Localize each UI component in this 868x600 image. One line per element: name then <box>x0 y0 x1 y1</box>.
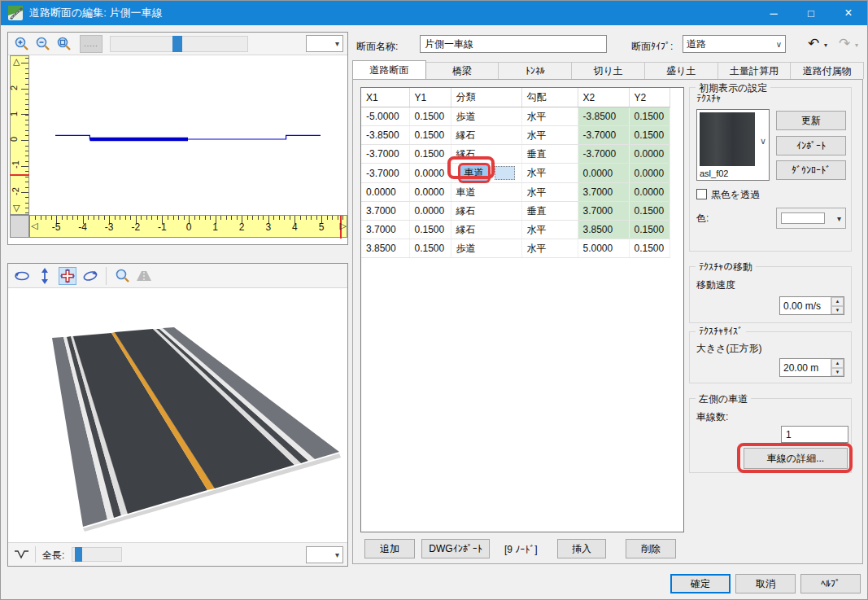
cell[interactable]: -5.0000 <box>361 107 409 126</box>
cell[interactable]: 0.0000 <box>629 164 670 183</box>
tab-bridge[interactable]: 橋梁 <box>425 62 499 79</box>
zoom-in-icon[interactable] <box>13 35 31 53</box>
cell[interactable]: 3.7000 <box>361 202 409 221</box>
cell[interactable]: 水平 <box>521 239 578 258</box>
cell[interactable]: 水平 <box>521 164 578 183</box>
delete-button[interactable]: 削除 <box>626 539 676 558</box>
road-3d-viewport[interactable] <box>8 288 347 542</box>
undo-icon[interactable]: ↶ <box>808 35 819 52</box>
selected-cell-value[interactable]: 車道 <box>460 165 488 181</box>
orbit-horizontal-icon[interactable] <box>13 267 31 285</box>
pan-icon[interactable] <box>59 267 76 285</box>
cell[interactable]: 3.8500 <box>578 221 629 239</box>
col-header-y1[interactable]: Y1 <box>409 88 451 107</box>
cell[interactable]: -3.7000 <box>361 145 409 164</box>
cell[interactable]: 縁石 <box>451 202 521 221</box>
col-header-x2[interactable]: X2 <box>578 88 629 107</box>
spin-down-icon[interactable]: ▼ <box>831 306 844 315</box>
cell[interactable]: 3.7000 <box>361 221 409 239</box>
cell[interactable]: -3.8500 <box>361 126 409 145</box>
cell[interactable]: 0.0000 <box>361 183 409 202</box>
cell[interactable]: -3.7000 <box>578 145 629 164</box>
import-button[interactable]: ｲﾝﾎﾟｰﾄ <box>776 136 846 155</box>
cell[interactable]: 水平 <box>521 183 578 202</box>
cell[interactable]: 0.0000 <box>409 202 451 221</box>
spin-up-icon[interactable]: ▲ <box>831 297 844 306</box>
cell[interactable]: 3.7000 <box>578 183 629 202</box>
insert-button[interactable]: 挿入 <box>557 539 606 558</box>
cell-edit-region[interactable] <box>495 166 515 180</box>
tab-tunnel[interactable]: ﾄﾝﾈﾙ <box>498 62 572 79</box>
spin-up-icon[interactable]: ▲ <box>831 359 844 368</box>
cell[interactable]: 0.1500 <box>629 126 670 145</box>
cell[interactable]: 縁石 <box>451 145 521 164</box>
cell[interactable]: -3.8500 <box>578 107 629 126</box>
plot-background-combo[interactable]: ▾ <box>306 35 343 52</box>
tab-cut[interactable]: 切り土 <box>571 62 645 79</box>
cell[interactable]: 3.8500 <box>361 239 409 258</box>
tab-road-accessories[interactable]: 道路付属物 <box>790 62 864 79</box>
plot-zoom-slider[interactable] <box>110 36 248 52</box>
cell[interactable]: 0.0000 <box>629 183 670 202</box>
cell[interactable]: 0.1500 <box>409 126 451 145</box>
cell[interactable]: 0.0000 <box>629 145 670 164</box>
cell[interactable]: 0.1500 <box>629 221 670 239</box>
undo-menu-caret-icon[interactable]: ▾ <box>824 42 827 49</box>
zoom-extents-icon[interactable] <box>55 35 73 53</box>
cell[interactable]: 0.1500 <box>409 221 451 239</box>
cell[interactable]: 歩道 <box>451 239 521 258</box>
view3d-background-combo[interactable]: ▾ <box>306 546 343 563</box>
cell[interactable]: 垂直 <box>521 202 578 221</box>
spin-down-icon[interactable]: ▼ <box>831 368 844 377</box>
cell[interactable]: 水平 <box>521 126 578 145</box>
cell[interactable]: -3.7000 <box>578 126 629 145</box>
col-header-class[interactable]: 分類 <box>451 88 521 107</box>
ruler-up-arrow-icon[interactable]: △ <box>13 56 20 67</box>
tilt-vertical-icon[interactable] <box>36 267 54 285</box>
dwg-import-button[interactable]: DWGｲﾝﾎﾟｰﾄ <box>421 539 490 558</box>
cell[interactable]: 縁石 <box>451 221 521 239</box>
transparent-black-checkbox[interactable] <box>696 189 707 199</box>
cell[interactable]: 0.1500 <box>629 202 670 221</box>
help-button[interactable]: ﾍﾙﾌﾟ <box>800 574 861 593</box>
update-button[interactable]: 更新 <box>776 111 846 130</box>
cell[interactable]: 0.0000 <box>409 164 451 183</box>
lane-count-input[interactable]: 1 <box>781 426 848 443</box>
download-button[interactable]: ﾀﾞｳﾝﾛｰﾄﾞ <box>776 160 846 180</box>
cancel-button[interactable]: 取消 <box>735 574 796 593</box>
cell[interactable]: 0.1500 <box>409 145 451 164</box>
tab-earthwork[interactable]: 土量計算用 <box>718 62 792 79</box>
section-type-select[interactable]: 道路 ∨ <box>683 35 786 53</box>
cell[interactable]: 垂直 <box>521 145 578 164</box>
cell[interactable]: 0.1500 <box>629 107 670 126</box>
length-slider[interactable] <box>72 547 122 562</box>
move-speed-spinner[interactable]: 0.00 m/s ▲ ▼ <box>779 296 844 315</box>
cell[interactable]: 0.1500 <box>409 107 451 126</box>
maximize-button[interactable]: □ <box>792 1 830 25</box>
cell[interactable]: -3.7000 <box>361 164 409 183</box>
zoom-fit-3d-icon[interactable] <box>114 267 132 285</box>
ruler-down-arrow-icon[interactable]: ▽ <box>13 203 20 213</box>
add-button[interactable]: 追加 <box>364 539 415 558</box>
zoom-out-icon[interactable] <box>34 35 52 53</box>
cell[interactable]: 水平 <box>521 221 578 239</box>
cell[interactable]: 歩道 <box>451 107 521 126</box>
texture-dropdown-chevron-icon[interactable]: ∨ <box>760 136 766 147</box>
cross-section-plot[interactable]: △ 2 1 0 -1 -2 ▽ ◁ -5 -4 -3 -2 -1 0 1 2 3 <box>8 55 347 244</box>
lane-detail-button[interactable]: 車線の詳細... <box>744 448 848 469</box>
cell[interactable]: 0.1500 <box>629 239 670 258</box>
texture-selector[interactable]: ∨ asl_f02 <box>696 109 770 181</box>
cell[interactable]: 水平 <box>521 107 578 126</box>
cell[interactable]: 0.0000 <box>578 164 629 183</box>
close-button[interactable]: × <box>830 1 867 25</box>
size-spinner[interactable]: 20.00 m ▲ ▼ <box>779 358 844 377</box>
col-header-slope[interactable]: 勾配 <box>521 88 578 107</box>
section-name-input[interactable]: 片側一車線 <box>420 35 607 53</box>
cell[interactable]: 3.7000 <box>578 202 629 221</box>
tab-road-section[interactable]: 道路断面 <box>352 60 426 79</box>
section-shape-icon[interactable] <box>13 545 31 563</box>
minimize-button[interactable]: ─ <box>755 1 792 25</box>
cell[interactable]: 5.0000 <box>578 239 629 258</box>
ruler-right-arrow-icon[interactable]: ▷ <box>340 221 347 231</box>
cell[interactable]: 0.1500 <box>409 239 451 258</box>
